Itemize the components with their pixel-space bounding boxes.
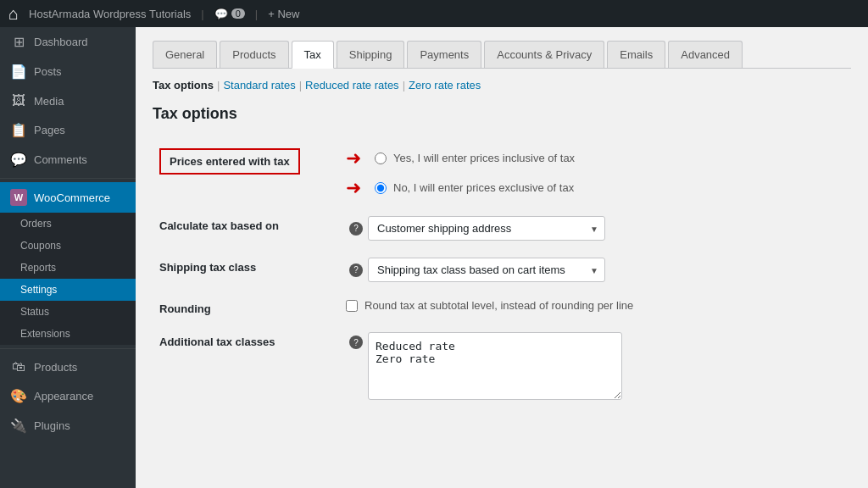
tab-advanced[interactable]: Advanced bbox=[668, 41, 743, 68]
new-content-link[interactable]: + New bbox=[268, 8, 299, 20]
section-title: Tax options bbox=[153, 105, 851, 123]
rounding-checkbox-label: Round tax at subtotal level, instead of … bbox=[346, 299, 844, 312]
rounding-checkbox[interactable] bbox=[346, 300, 358, 312]
sub-link-tax-options[interactable]: Tax options bbox=[153, 79, 214, 92]
sidebar-item-dashboard[interactable]: ⊞ Dashboard bbox=[0, 27, 136, 57]
sidebar-divider bbox=[0, 178, 136, 179]
shipping-tax-label: Shipping tax class bbox=[159, 261, 256, 274]
arrow-no-icon: ➜ bbox=[346, 177, 361, 199]
additional-tax-label: Additional tax classes bbox=[159, 336, 275, 348]
comments-sidebar-icon: 💬 bbox=[10, 152, 27, 168]
posts-icon: 📄 bbox=[10, 64, 27, 80]
plugins-icon: 🔌 bbox=[10, 418, 27, 434]
woocommerce-submenu: Orders Coupons Reports Settings Status E… bbox=[0, 213, 136, 345]
form-row-calculate-tax: Calculate tax based on ? Customer shippi… bbox=[153, 208, 851, 249]
calculate-tax-select-wrapper: Customer shipping addressCustomer billin… bbox=[368, 216, 605, 241]
sidebar-item-plugins[interactable]: 🔌 Plugins bbox=[0, 411, 136, 441]
sidebar-item-comments[interactable]: 💬 Comments bbox=[0, 145, 136, 175]
prices-with-tax-label-box: Prices entered with tax bbox=[159, 148, 332, 175]
radio-yes-label: Yes, I will enter prices inclusive of ta… bbox=[393, 152, 575, 164]
sidebar-item-extensions[interactable]: Extensions bbox=[0, 323, 136, 345]
woocommerce-icon: W bbox=[10, 189, 27, 206]
sidebar-item-orders[interactable]: Orders bbox=[0, 213, 136, 235]
tax-options-form: Prices entered with tax ➜ Yes, I will en… bbox=[153, 136, 851, 408]
additional-tax-help-icon[interactable]: ? bbox=[349, 336, 363, 349]
sidebar-item-pages[interactable]: 📋 Pages bbox=[0, 115, 136, 145]
comments-icon: 💬 bbox=[214, 8, 228, 20]
wp-logo-icon: ⌂ bbox=[8, 4, 19, 24]
radio-option-no: ➜ No, I will enter prices exclusive of t… bbox=[346, 176, 844, 199]
dashboard-icon: ⊞ bbox=[10, 34, 27, 50]
sidebar-item-settings[interactable]: Settings bbox=[0, 279, 136, 301]
tab-accounts[interactable]: Accounts & Privacy bbox=[484, 41, 604, 68]
radio-no-label: No, I will enter prices exclusive of tax bbox=[393, 181, 574, 194]
tab-shipping[interactable]: Shipping bbox=[337, 41, 405, 68]
additional-tax-textarea[interactable]: Reduced rate Zero rate bbox=[368, 332, 622, 400]
sidebar-item-posts[interactable]: 📄 Posts bbox=[0, 57, 136, 86]
prices-radio-group: ➜ Yes, I will enter prices inclusive of … bbox=[346, 145, 844, 199]
radio-option-yes: ➜ Yes, I will enter prices inclusive of … bbox=[346, 147, 844, 169]
tab-tax[interactable]: Tax bbox=[292, 41, 334, 69]
sidebar: ⊞ Dashboard 📄 Posts 🖼 Media 📋 Pages 💬 Co… bbox=[0, 27, 136, 488]
appearance-icon: 🎨 bbox=[10, 388, 27, 404]
tab-products[interactable]: Products bbox=[220, 41, 288, 68]
main-content: General Products Tax Shipping Payments A… bbox=[136, 27, 868, 488]
sidebar-item-reports[interactable]: Reports bbox=[0, 257, 136, 279]
sidebar-woocommerce-header[interactable]: W WooCommerce bbox=[0, 182, 136, 213]
sidebar-item-products[interactable]: 🛍 Products bbox=[0, 352, 136, 381]
shipping-tax-select-wrapper: Shipping tax class based on cart itemsSt… bbox=[368, 258, 605, 282]
sidebar-item-status[interactable]: Status bbox=[0, 301, 136, 323]
radio-inclusive[interactable] bbox=[375, 152, 387, 164]
form-row-rounding: Rounding Round tax at subtotal level, in… bbox=[153, 291, 851, 324]
sidebar-item-coupons[interactable]: Coupons bbox=[0, 235, 136, 257]
tab-emails[interactable]: Emails bbox=[607, 41, 665, 68]
media-icon: 🖼 bbox=[10, 93, 27, 108]
tax-sub-links: Tax options | Standard rates | Reduced r… bbox=[153, 79, 851, 92]
calculate-tax-help-icon[interactable]: ? bbox=[349, 222, 363, 236]
form-row-prices-with-tax: Prices entered with tax ➜ Yes, I will en… bbox=[153, 136, 851, 208]
calculate-tax-label: Calculate tax based on bbox=[159, 219, 279, 232]
sub-link-zero-rates[interactable]: Zero rate rates bbox=[409, 79, 481, 92]
products-icon: 🛍 bbox=[10, 359, 27, 374]
tab-payments[interactable]: Payments bbox=[407, 41, 481, 68]
shipping-tax-select[interactable]: Shipping tax class based on cart itemsSt… bbox=[368, 258, 605, 282]
sub-link-standard-rates[interactable]: Standard rates bbox=[223, 79, 295, 92]
settings-tabs: General Products Tax Shipping Payments A… bbox=[153, 41, 851, 69]
comments-link[interactable]: 💬 0 bbox=[214, 8, 245, 20]
form-row-shipping-tax: Shipping tax class ? Shipping tax class … bbox=[153, 249, 851, 291]
form-row-additional-tax: Additional tax classes ? Reduced rate Ze… bbox=[153, 324, 851, 408]
sidebar-item-media[interactable]: 🖼 Media bbox=[0, 86, 136, 115]
topbar: ⌂ HostArmada Wordpress Tutorials | 💬 0 |… bbox=[0, 0, 868, 27]
arrow-yes-icon: ➜ bbox=[346, 147, 361, 169]
sidebar-item-appearance[interactable]: 🎨 Appearance bbox=[0, 381, 136, 411]
radio-exclusive[interactable] bbox=[375, 182, 387, 194]
shipping-tax-help-icon[interactable]: ? bbox=[349, 263, 363, 277]
rounding-label: Rounding bbox=[159, 302, 211, 315]
sub-link-reduced-rates[interactable]: Reduced rate rates bbox=[305, 79, 399, 92]
calculate-tax-select[interactable]: Customer shipping addressCustomer billin… bbox=[368, 216, 605, 241]
tab-general[interactable]: General bbox=[153, 41, 217, 68]
sidebar-divider2 bbox=[0, 348, 136, 349]
site-name[interactable]: HostArmada Wordpress Tutorials bbox=[29, 8, 191, 20]
pages-icon: 📋 bbox=[10, 122, 27, 138]
